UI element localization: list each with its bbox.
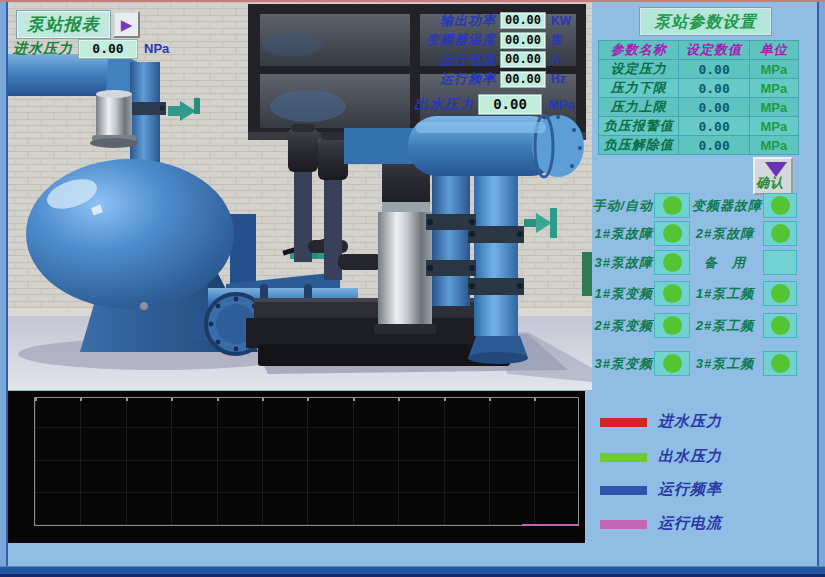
status-label-spare: 备 用 bbox=[692, 254, 758, 272]
header-tank bbox=[408, 115, 584, 177]
status-label-pump1-fault: 1#泵故障 bbox=[595, 225, 653, 243]
confirm-button[interactable]: 确认 bbox=[753, 157, 793, 195]
run-current-value: 00.00 bbox=[500, 51, 546, 68]
report-play-icon[interactable]: ▶ bbox=[113, 11, 140, 38]
status-row-pump1-mode: 1#泵变频 1#泵工频 bbox=[595, 281, 817, 307]
legend-label-outlet: 出水压力 bbox=[658, 447, 722, 466]
table-row: 负压报警值 0.00 MPa bbox=[599, 117, 799, 136]
lamp-on-indicator bbox=[771, 354, 790, 373]
run-current-row: 运行电流 00.00 A bbox=[400, 50, 577, 70]
legend-label-inlet: 进水压力 bbox=[658, 412, 722, 431]
lamp-spare-empty bbox=[763, 250, 797, 275]
param-value-input[interactable]: 0.00 bbox=[679, 79, 749, 98]
status-label-pump2-mains: 2#泵工频 bbox=[692, 317, 758, 335]
frame-top-edge bbox=[0, 0, 825, 2]
param-unit: MPa bbox=[749, 117, 798, 136]
tank-vent-cylinder bbox=[90, 90, 138, 148]
status-label-pump2-vfd: 2#泵变频 bbox=[595, 317, 653, 335]
frame-bottom-edge bbox=[0, 566, 825, 577]
lamp-on-indicator bbox=[663, 196, 682, 215]
outlet-pressure-readout: 出水压力 0.00 MPa bbox=[414, 94, 575, 115]
report-button[interactable]: 泵站报表 bbox=[16, 10, 111, 39]
param-unit: MPa bbox=[749, 79, 798, 98]
legend-label-current: 运行电流 bbox=[658, 514, 722, 533]
trend-chart bbox=[8, 391, 585, 543]
col-param-name: 参数名称 bbox=[599, 41, 679, 60]
param-value-input[interactable]: 0.00 bbox=[679, 98, 749, 117]
param-value-input[interactable]: 0.00 bbox=[679, 136, 749, 155]
lamp-on-indicator bbox=[771, 284, 790, 303]
run-frequency-label: 运行频率 bbox=[400, 70, 496, 88]
output-power-label: 输出功率 bbox=[400, 12, 496, 30]
col-unit: 单位 bbox=[749, 41, 798, 60]
lamp-on-indicator bbox=[663, 354, 682, 373]
lamp-pump2-vfd bbox=[654, 313, 690, 338]
table-row: 负压解除值 0.00 MPa bbox=[599, 136, 799, 155]
status-row-auto: 手动/自动 变频器故障 bbox=[595, 193, 817, 219]
output-power-value: 00.00 bbox=[500, 12, 546, 29]
outlet-pressure-value: 0.00 bbox=[478, 94, 542, 115]
param-unit: MPa bbox=[749, 136, 798, 155]
param-unit: MPa bbox=[749, 60, 798, 79]
confirm-button-label: 确认 bbox=[756, 174, 784, 192]
legend-swatch-inlet bbox=[600, 418, 647, 427]
param-name: 设定压力 bbox=[599, 60, 679, 79]
lamp-on-indicator bbox=[663, 253, 682, 272]
param-name: 负压报警值 bbox=[599, 117, 679, 136]
param-name: 负压解除值 bbox=[599, 136, 679, 155]
status-row-fault-3-spare: 3#泵故障 备 用 bbox=[595, 250, 817, 276]
run-current-unit: A bbox=[551, 53, 577, 67]
lamp-on-indicator bbox=[771, 196, 790, 215]
param-value-input[interactable]: 0.00 bbox=[679, 60, 749, 79]
settings-header-row: 参数名称 设定数值 单位 bbox=[599, 41, 799, 60]
run-frequency-row: 运行频率 00.00 Hz bbox=[400, 70, 577, 90]
param-unit: MPa bbox=[749, 98, 798, 117]
status-label-pump3-mains: 3#泵工频 bbox=[692, 355, 758, 373]
chart-top-ticks bbox=[35, 398, 578, 401]
inverter-temp-value: 00.00 bbox=[500, 32, 546, 49]
inlet-pressure-readout: 进水压力 0.00 NPa bbox=[13, 38, 169, 59]
inverter-temp-unit: 度 bbox=[551, 32, 577, 49]
output-power-row: 输出功率 00.00 KW bbox=[400, 11, 577, 31]
table-row: 压力下限 0.00 MPa bbox=[599, 79, 799, 98]
settings-panel-title: 泵站参数设置 bbox=[640, 8, 771, 35]
run-frequency-unit: Hz bbox=[551, 72, 577, 86]
status-label-pump1-mains: 1#泵工频 bbox=[692, 285, 758, 303]
run-current-label: 运行电流 bbox=[400, 51, 496, 69]
lamp-pump2-fault bbox=[763, 221, 797, 246]
status-label-pump3-fault: 3#泵故障 bbox=[595, 254, 653, 272]
lamp-pump2-mains bbox=[763, 313, 797, 338]
lamp-on-indicator bbox=[771, 316, 790, 335]
lamp-pump3-vfd bbox=[654, 351, 690, 376]
status-label-manual-auto: 手动/自动 bbox=[592, 197, 653, 215]
lamp-on-indicator bbox=[663, 284, 682, 303]
lamp-vfd-fault bbox=[763, 193, 797, 218]
hmi-screen: 泵站报表 ▶ 进水压力 0.00 NPa 输出功率 00.00 KW 变频器温度… bbox=[0, 0, 825, 577]
inlet-pressure-unit: NPa bbox=[144, 41, 169, 56]
wall-equipment bbox=[582, 252, 592, 296]
col-set-value: 设定数值 bbox=[679, 41, 749, 60]
param-name: 压力下限 bbox=[599, 79, 679, 98]
run-frequency-value: 00.00 bbox=[500, 71, 546, 88]
frame-right-edge bbox=[817, 2, 825, 568]
status-row-fault-12: 1#泵故障 2#泵故障 bbox=[595, 221, 817, 247]
inlet-pressure-value: 0.00 bbox=[78, 39, 138, 59]
lamp-on-indicator bbox=[663, 224, 682, 243]
inlet-pressure-label: 进水压力 bbox=[13, 40, 73, 58]
lamp-on-indicator bbox=[663, 316, 682, 335]
legend-swatch-frequency bbox=[600, 486, 647, 495]
param-value-input[interactable]: 0.00 bbox=[679, 117, 749, 136]
run-current-trace bbox=[522, 524, 579, 526]
trend-plot-area bbox=[34, 397, 579, 526]
status-row-pump2-mode: 2#泵变频 2#泵工频 bbox=[595, 313, 817, 339]
measurement-readouts: 输出功率 00.00 KW 变频器温度 00.00 度 运行电流 00.00 A… bbox=[400, 11, 577, 89]
output-power-unit: KW bbox=[551, 14, 577, 28]
status-row-pump3-mode: 3#泵变频 3#泵工频 bbox=[595, 351, 817, 377]
settings-table: 参数名称 设定数值 单位 设定压力 0.00 MPa 压力下限 0.00 MPa… bbox=[598, 40, 799, 155]
lamp-on-indicator bbox=[771, 224, 790, 243]
table-row: 压力上限 0.00 MPa bbox=[599, 98, 799, 117]
table-row: 设定压力 0.00 MPa bbox=[599, 60, 799, 79]
inverter-temp-label: 变频器温度 bbox=[400, 31, 496, 49]
lamp-pump3-fault bbox=[654, 250, 690, 275]
outlet-pressure-unit: MPa bbox=[548, 97, 575, 112]
